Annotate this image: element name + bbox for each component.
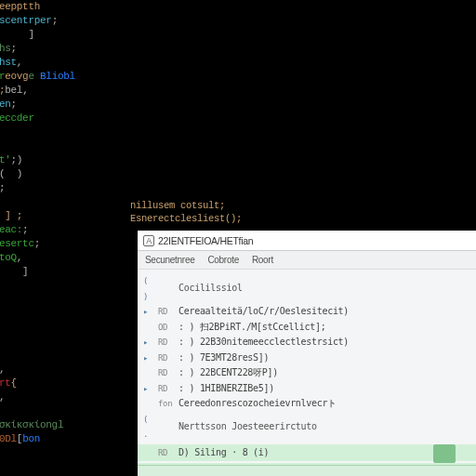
stack-group[interactable]: ( )Cocililssiol <box>143 273 470 304</box>
frame-tag: RD <box>158 381 173 397</box>
frame-text: Cocililssiol <box>178 281 243 297</box>
frame-tag: RD <box>158 335 173 350</box>
code-line: nillusem cotsult; <box>130 199 242 212</box>
code-line[interactable]: afereovge Bliobl <box>0 70 260 84</box>
frame-text: : ) 22BCENT228呀P]) <box>178 365 278 381</box>
frame-tag: RD <box>158 445 173 461</box>
code-line[interactable]: sseepptth <box>0 0 260 14</box>
code-line[interactable] <box>0 126 260 139</box>
frame-text: : ) 扫2BPiRT./M[stCcellict]; <box>178 320 325 336</box>
stack-frame[interactable]: ▸RD: ) 1HIBNERZIBe5]) <box>143 381 470 397</box>
code-line[interactable]: yct( ) <box>0 167 260 181</box>
frame-text: D) Siling · 8 (i) <box>178 445 269 461</box>
frame-tag: RD <box>158 304 173 320</box>
code-line[interactable]: ] <box>0 28 260 42</box>
code-line[interactable]: es-;bel, <box>0 84 260 98</box>
panel-statusbar <box>138 465 476 476</box>
code-line[interactable]: |1); <box>0 181 260 195</box>
panel-title-text: 22IENTFEIOA/HETfian <box>158 235 253 246</box>
code-line[interactable]: leccder <box>0 112 260 126</box>
inspector-panel: A 22IENTFEIOA/HETfian Secunetnree Cobrot… <box>138 231 476 476</box>
code-line: Esnerectclesliest(); <box>130 212 242 225</box>
stack-frame[interactable]: fon Cereedonrescozocheievrnlvecrト <box>143 396 470 412</box>
stack-frame[interactable]: ▸RD: ) 22B30nitemeecclectlestrsict) <box>143 335 470 350</box>
stack-frame[interactable]: RD: ) 22BCENT228呀P]) <box>143 365 470 381</box>
code-editor-snippet: nillusem cotsult;Esnerectclesliest(); <box>130 199 242 225</box>
expand-icon[interactable]: ▸ <box>143 350 152 366</box>
frame-tag: RD <box>158 350 173 366</box>
frame-text: : ) 1HIBNERZIBe5]) <box>178 381 274 397</box>
tab-0[interactable]: Secunetnree <box>145 255 194 265</box>
expand-icon[interactable]: ( ) <box>143 273 152 304</box>
code-line[interactable]: isDen; <box>0 98 260 112</box>
code-line[interactable]: tDescentrper; <box>0 14 260 28</box>
stack-group[interactable]: ( .Nerttsson Joesteeerirctuto <box>143 412 470 443</box>
code-line[interactable] <box>0 139 260 153</box>
panel-resize-grip[interactable] <box>433 444 456 463</box>
frame-tag: fon <box>158 396 173 412</box>
stack-frame[interactable]: RDD) Siling · 8 (i) <box>143 445 470 461</box>
panel-body[interactable]: ( )Cocililssiol▸RDCereaalteitä/loC/r/Oes… <box>138 270 476 476</box>
frame-text: Cereedonrescozocheievrnlvecrト <box>178 396 337 412</box>
tab-2[interactable]: Roort <box>252 255 273 265</box>
expand-icon[interactable]: ▸ <box>143 335 152 350</box>
expand-icon[interactable]: ( . <box>143 412 152 443</box>
frame-text: : ) 22B30nitemeecclectlestrsict) <box>178 335 349 350</box>
panel-titlebar[interactable]: A 22IENTFEIOA/HETfian <box>138 231 476 251</box>
expand-icon[interactable]: ▸ <box>143 304 152 320</box>
expand-icon[interactable]: ▸ <box>143 381 152 397</box>
frame-text: Nerttsson Joesteeerirctuto <box>178 419 317 435</box>
frame-text: : ) 7E3MT28resS]) <box>178 350 269 366</box>
code-line[interactable]: ooct';) <box>0 153 260 167</box>
code-line[interactable]: ifths; <box>0 42 260 56</box>
app-icon: A <box>143 235 154 246</box>
frame-tag: OD <box>158 320 173 336</box>
stack-frame[interactable]: ▸RD: ) 7E3MT28resS]) <box>143 350 470 366</box>
code-line[interactable]: =:thst, <box>0 56 260 70</box>
frame-text: Cereaalteitä/loC/r/Oeslesitecit) <box>178 304 349 320</box>
frame-tag: RD <box>158 365 173 381</box>
panel-tabs: Secunetnree Cobrote Roort <box>138 251 476 270</box>
stack-frame[interactable]: OD: ) 扫2BPiRT./M[stCcellict]; <box>143 320 470 336</box>
stack-frame[interactable]: ▸RDCereaalteitä/loC/r/Oeslesitecit) <box>143 304 470 320</box>
tab-1[interactable]: Cobrote <box>207 255 238 265</box>
